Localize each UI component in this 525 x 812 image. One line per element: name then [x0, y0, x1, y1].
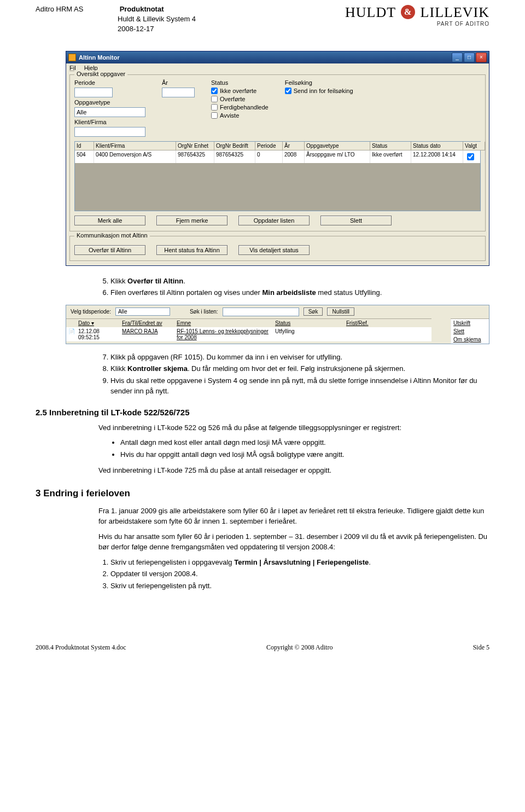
sec25-p2: Ved innberetning i LT-kode 725 må du pås… [98, 465, 489, 476]
col-klient[interactable]: Klient/Firma [94, 142, 176, 150]
sec25-p1: Ved innberetning i LT-kode 522 og 526 må… [98, 422, 489, 433]
window-title: Altinn Monitor [79, 54, 452, 61]
slett-button[interactable]: Slett [320, 216, 392, 225]
utskrift-link[interactable]: Utskrift [451, 319, 489, 327]
group-oversikt: Oversikt oppgaver Periode Oppgavetype Kl… [69, 74, 486, 231]
col-oppgavetype[interactable]: Oppgavetype [305, 142, 370, 150]
chk-label: Overførte [220, 96, 245, 102]
mcol-emne[interactable]: Emne [174, 318, 273, 327]
chk-ikke-overforte[interactable] [211, 88, 218, 94]
sec3-p2: Hvis du har ansatte som fyller 60 år i p… [98, 531, 489, 553]
om-skjema-link[interactable]: Om skjema [451, 335, 489, 344]
group-title: Kommunikasjon mot Altinn [74, 232, 150, 239]
steps-list-a: Klikk Overfør til Altinn. Filen overføre… [98, 276, 489, 298]
col-orgbedrift[interactable]: OrgNr Bedrift [214, 142, 255, 150]
close-icon[interactable]: × [476, 53, 487, 62]
logo-text-left: HULDT [345, 4, 396, 20]
company-name: Aditro HRM AS [36, 4, 118, 14]
chk-overforte[interactable] [211, 96, 218, 102]
fjern-merke-button[interactable]: Fjern merke [156, 216, 228, 225]
ar-input[interactable] [162, 88, 195, 97]
overfor-altinn-button[interactable]: Overfør til Altinn [74, 245, 145, 255]
tidsperiode-select[interactable]: Alle [115, 308, 170, 316]
col-id[interactable]: Id [75, 142, 94, 150]
hent-status-button[interactable]: Hent status fra Altinn [156, 245, 228, 255]
chk-label: Ikke overførte [220, 88, 256, 94]
vis-detaljert-button[interactable]: Vis detaljert status [238, 245, 310, 255]
doc-subtitle: Huldt & Lillevik System 4 [118, 15, 196, 23]
maximize-icon[interactable]: □ [464, 53, 475, 62]
cell-valgt[interactable] [463, 150, 485, 163]
logo-amp-icon: & [401, 5, 415, 19]
step-6: Filen overføres til Altinn portalen og v… [110, 287, 489, 298]
col-status[interactable]: Status [370, 142, 411, 150]
col-orgenhet[interactable]: OrgNr Enhet [176, 142, 214, 150]
bullet-2: Hvis du har oppgitt antall døgn ved losj… [120, 449, 489, 460]
label-feilsoking: Feilsøking [285, 79, 353, 86]
label-klientfirma: Klient/Firma [74, 119, 145, 125]
mcol-fra[interactable]: Fra/Til/Endret av [120, 318, 174, 327]
klientfirma-select[interactable] [74, 127, 145, 137]
chk-ferdig[interactable] [211, 104, 218, 111]
menubar: Fil Hjelp [66, 63, 489, 72]
oppgavetype-select[interactable] [74, 107, 145, 117]
mcol-dato[interactable]: Dato ▾ [76, 318, 120, 327]
velg-label: Velg tidsperiode: [71, 309, 111, 315]
chk-feilsoking[interactable] [285, 88, 291, 94]
chk-avviste[interactable] [211, 112, 218, 119]
label-ar: År [162, 79, 195, 86]
section-3-title: 3 Endring i ferieloven [36, 488, 489, 499]
chk-label: Send inn for feilsøking [294, 88, 353, 94]
slett-link[interactable]: Slett [451, 327, 489, 335]
cell-orgenhet: 987654325 [176, 150, 214, 163]
table-row[interactable]: 504 0400 Demoversjon A/S 987654325 98765… [75, 150, 480, 163]
sok-input[interactable] [223, 308, 299, 316]
chk-label: Avviste [220, 112, 239, 119]
titlebar[interactable]: Altinn Monitor _ □ × [66, 51, 489, 63]
cell-status: Ikke overført [370, 150, 411, 163]
sec3-p1: Fra 1. januar 2009 gis alle arbeidstaker… [98, 506, 489, 527]
cell-periode: 0 [255, 150, 283, 163]
document-header: Aditro HRM AS Produktnotat Huldt & Lille… [36, 0, 489, 51]
col-periode[interactable]: Periode [255, 142, 283, 150]
merk-alle-button[interactable]: Merk alle [74, 216, 145, 225]
mcell-status: Utfylling [273, 327, 344, 341]
arbeidsliste-window: Velg tidsperiode: Alle Søk i listen: Søk… [66, 305, 489, 344]
list-item[interactable]: 📄 12.12.08 09:52:15 MARCO RAJA RF-1015 L… [66, 327, 451, 341]
row-checkbox[interactable] [467, 153, 474, 160]
oppdater-listen-button[interactable]: Oppdater listen [238, 216, 310, 225]
mcell-emne[interactable]: RF-1015 Lønns- og trekkopplysninger for … [174, 327, 273, 341]
step-8: Klikk Kontroller skjema. Du får melding … [110, 363, 489, 374]
sok-label: Søk i listen: [190, 309, 218, 315]
mcell-dato: 12.12.08 09:52:15 [76, 327, 120, 341]
group-kommunikasjon: Kommunikasjon mot Altinn Overfør til Alt… [69, 236, 486, 261]
app-icon [68, 54, 76, 61]
group-title: Oversikt oppgaver [74, 71, 127, 77]
footer-right: Side 5 [473, 643, 489, 652]
task-grid[interactable]: Id Klient/Firma OrgNr Enhet OrgNr Bedrif… [74, 141, 481, 211]
step-5: Klikk Overfør til Altinn. [110, 276, 489, 287]
sec3-step3: Skriv ut feriepengelisten på nytt. [110, 581, 489, 591]
mcell-fra[interactable]: MARCO RAJA [120, 327, 174, 341]
doc-title: Produktnotat [120, 5, 164, 13]
mcol-status[interactable]: Status [273, 318, 344, 327]
chk-label: Ferdigbehandlede [220, 104, 269, 111]
doc-date: 2008-12-17 [118, 25, 154, 33]
minimize-icon[interactable]: _ [452, 53, 463, 62]
sok-button[interactable]: Søk [304, 308, 323, 316]
col-ar[interactable]: År [283, 142, 305, 150]
steps-list-b: Klikk på oppgaven (RF 1015). Du kommer d… [98, 352, 489, 397]
nullstill-button[interactable]: Nullstill [327, 308, 354, 316]
footer-left: 2008.4 Produktnotat System 4.doc [36, 643, 126, 652]
label-status: Status [211, 79, 269, 86]
mcol-frist[interactable]: Frist/Ref. [344, 318, 399, 327]
bullet-1: Antall døgn med kost eller antall døgn m… [120, 437, 489, 448]
label-oppgavetype: Oppgavetype [74, 99, 145, 106]
cell-statusdato: 12.12.2008 14:14 [411, 150, 463, 163]
col-statusdato[interactable]: Status dato [411, 142, 463, 150]
periode-input[interactable] [74, 88, 113, 97]
logo-subtext: PART OF ADITRO [345, 21, 489, 27]
altinn-monitor-window: Altinn Monitor _ □ × Fil Hjelp Oversikt … [66, 51, 489, 266]
col-valgt[interactable]: Valgt [463, 142, 485, 150]
label-periode: Periode [74, 79, 145, 86]
